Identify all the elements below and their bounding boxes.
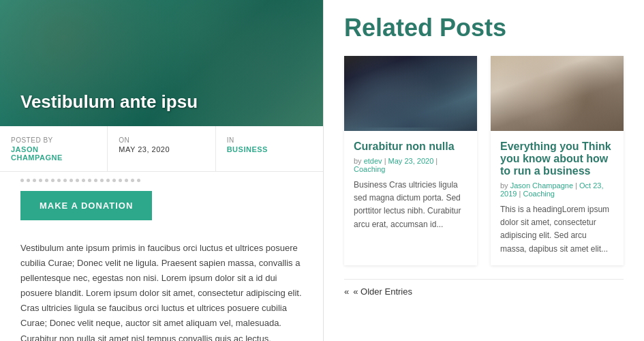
donation-section: MAKE A DONATION xyxy=(0,186,323,231)
post-excerpt-1: Business Cras ultricies ligula sed magna… xyxy=(354,179,467,231)
post-category-1[interactable]: Coaching xyxy=(354,165,385,173)
post-image-1 xyxy=(344,56,477,131)
post-card-2: Everything you Think you know about how … xyxy=(491,56,624,265)
dot xyxy=(57,179,61,182)
author-link[interactable]: JASONCHAMPAGNE xyxy=(11,145,96,162)
dot xyxy=(94,179,97,182)
post-card-body-1: Curabitur non nulla by etdev | May 23, 2… xyxy=(344,131,477,241)
donation-button[interactable]: MAKE A DONATION xyxy=(20,191,152,220)
post-card-1: Curabitur non nulla by etdev | May 23, 2… xyxy=(344,56,477,265)
post-excerpt-2: This is a headingLorem ipsum dolor sit a… xyxy=(500,203,614,256)
dot xyxy=(76,179,79,182)
posted-by-label: POSTED BY xyxy=(11,136,53,144)
dot xyxy=(131,179,134,182)
dot xyxy=(119,179,122,182)
dot xyxy=(51,179,55,182)
posts-grid: Curabitur non nulla by etdev | May 23, 2… xyxy=(344,56,624,265)
post-title-2[interactable]: Everything you Think you know about how … xyxy=(500,140,614,177)
post-author-1[interactable]: etdev xyxy=(364,157,382,165)
date-label: ON xyxy=(119,136,129,144)
post-date-1: May 23, 2020 xyxy=(388,157,434,165)
hero-title: Vestibulum ante ipsu xyxy=(20,91,198,113)
dot xyxy=(100,179,104,182)
post-date: MAY 23, 2020 xyxy=(119,145,204,153)
dot xyxy=(27,179,30,182)
dot xyxy=(112,179,116,182)
body-text: Vestibulum ante ipsum primis in faucibus… xyxy=(0,231,323,341)
dot xyxy=(137,179,140,182)
in-label: IN xyxy=(227,136,234,144)
related-posts-title: Related Posts xyxy=(344,14,624,42)
older-entries-link[interactable]: « Older Entries xyxy=(344,286,412,297)
dot xyxy=(63,179,67,182)
post-image-2 xyxy=(491,56,624,131)
dot xyxy=(45,179,48,182)
hero-image: Vestibulum ante ipsu xyxy=(0,0,323,126)
left-panel: Vestibulum ante ipsu POSTED BY JASONCHAM… xyxy=(0,0,324,341)
dot xyxy=(20,179,24,182)
post-category-2[interactable]: Coaching xyxy=(523,190,554,198)
category-link[interactable]: BUSINESS xyxy=(227,145,312,153)
dots-grid xyxy=(20,179,157,182)
meta-bar: POSTED BY JASONCHAMPAGNE ON MAY 23, 2020… xyxy=(0,126,323,172)
dots-area xyxy=(0,172,323,186)
dot xyxy=(33,179,36,182)
category-meta: IN BUSINESS xyxy=(216,126,323,171)
older-entries: « Older Entries xyxy=(344,279,624,304)
dot xyxy=(39,179,42,182)
dot xyxy=(82,179,85,182)
post-meta-2: by Jason Champagne | Oct 23, 2019 | Coac… xyxy=(500,181,614,198)
post-title-1[interactable]: Curabitur non nulla xyxy=(354,140,467,153)
date-meta: ON MAY 23, 2020 xyxy=(108,126,215,171)
post-author-2[interactable]: Jason Champagne xyxy=(510,181,573,190)
right-panel: Related Posts Curabitur non nulla by etd… xyxy=(324,0,644,341)
dot xyxy=(88,179,91,182)
post-card-body-2: Everything you Think you know about how … xyxy=(491,131,624,265)
dot xyxy=(70,179,73,182)
dot xyxy=(106,179,110,182)
post-meta-1: by etdev | May 23, 2020 | Coaching xyxy=(354,157,467,173)
posted-by-meta: POSTED BY JASONCHAMPAGNE xyxy=(0,126,108,171)
dot xyxy=(125,179,128,182)
